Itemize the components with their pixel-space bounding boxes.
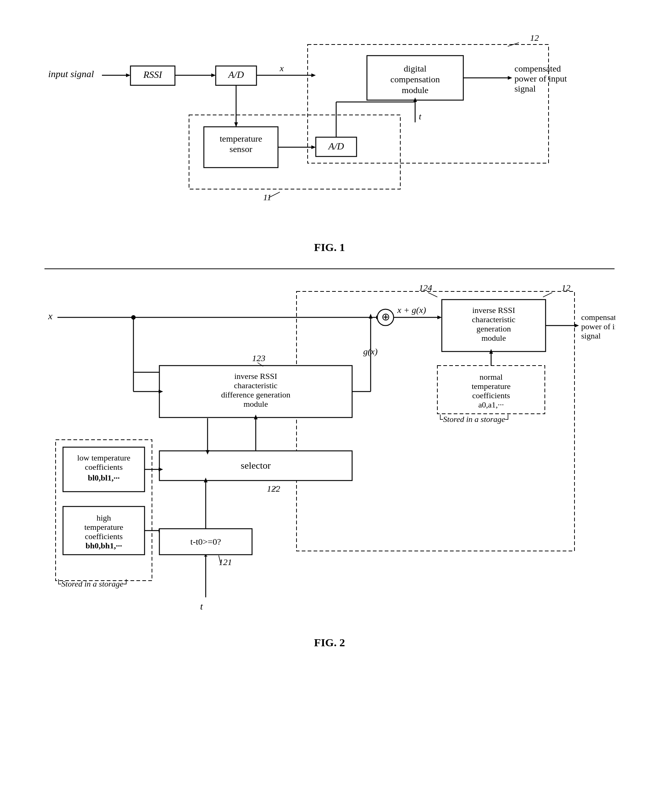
svg-text:a0,a1,···: a0,a1,··· <box>478 400 504 409</box>
svg-marker-2 <box>126 73 131 77</box>
svg-text:input signal: input signal <box>48 69 94 79</box>
svg-text:coefficients: coefficients <box>85 532 123 541</box>
svg-text:A/D: A/D <box>227 70 244 80</box>
svg-text:selector: selector <box>241 460 271 471</box>
svg-marker-40 <box>234 122 238 127</box>
svg-text:└Stored in a storage┘: └Stored in a storage┘ <box>437 414 511 424</box>
svg-text:module: module <box>402 85 429 95</box>
svg-text:high: high <box>96 513 111 523</box>
svg-text:generation: generation <box>477 324 511 333</box>
svg-text:A/D: A/D <box>328 141 344 152</box>
svg-text:digital: digital <box>404 64 427 73</box>
svg-text:power of input: power of input <box>514 74 567 84</box>
svg-text:11: 11 <box>263 193 271 202</box>
svg-marker-74 <box>369 314 372 319</box>
svg-text:inverse RSSI: inverse RSSI <box>234 371 277 381</box>
svg-text:difference generation: difference generation <box>221 390 290 399</box>
svg-marker-34 <box>311 145 316 149</box>
svg-text:signal: signal <box>581 331 601 340</box>
svg-line-43 <box>543 292 552 297</box>
svg-marker-6 <box>211 73 216 77</box>
fig2-diagram: 12 124 x ⊕ x + g(x) inverse RSSI charact… <box>44 280 615 632</box>
svg-text:bh0,bh1,···: bh0,bh1,··· <box>86 541 122 550</box>
svg-text:└Stored in a storage┘: └Stored in a storage┘ <box>55 579 129 588</box>
svg-line-45 <box>428 292 437 297</box>
svg-text:x + g(x): x + g(x) <box>397 305 426 315</box>
svg-text:⊕: ⊕ <box>382 311 390 322</box>
svg-marker-53 <box>437 316 442 319</box>
svg-text:x: x <box>48 311 53 321</box>
svg-text:characteristic: characteristic <box>472 315 515 324</box>
svg-text:module: module <box>243 399 268 409</box>
svg-text:temperature: temperature <box>220 134 262 144</box>
svg-text:124: 124 <box>419 283 432 292</box>
fig1-diagram: input signal RSSI A/D x 12 digital compe… <box>44 22 615 237</box>
svg-text:low temperature: low temperature <box>77 453 131 462</box>
svg-text:normal: normal <box>479 372 503 382</box>
svg-text:power of inpu: power of inpu <box>581 322 615 331</box>
svg-text:RSSI: RSSI <box>143 70 163 80</box>
svg-text:t: t <box>419 112 422 121</box>
svg-text:compensated: compensated <box>514 64 561 73</box>
svg-text:122: 122 <box>267 484 280 493</box>
svg-text:compensation: compensation <box>390 74 440 84</box>
svg-marker-60 <box>574 324 579 327</box>
svg-text:temperature: temperature <box>84 523 123 532</box>
svg-text:characteristic: characteristic <box>234 381 277 390</box>
svg-text:x: x <box>279 63 284 73</box>
svg-text:bl0,bl1,···: bl0,bl1,··· <box>88 473 120 482</box>
svg-text:t-t0>=0?: t-t0>=0? <box>190 537 221 547</box>
svg-text:121: 121 <box>219 557 232 567</box>
svg-text:inverse RSSI: inverse RSSI <box>472 305 515 315</box>
page: input signal RSSI A/D x 12 digital compe… <box>0 0 659 812</box>
svg-marker-10 <box>311 73 316 77</box>
svg-text:t: t <box>200 601 203 612</box>
svg-text:123: 123 <box>252 353 265 363</box>
svg-text:12: 12 <box>561 283 571 292</box>
svg-text:compensated: compensated <box>581 313 615 322</box>
svg-text:12: 12 <box>530 33 539 43</box>
svg-text:module: module <box>481 333 506 343</box>
svg-text:temperature: temperature <box>471 382 510 391</box>
svg-text:coefficients: coefficients <box>85 462 123 472</box>
svg-marker-20 <box>508 76 512 80</box>
fig2-label: FIG. 2 <box>44 636 615 649</box>
svg-text:sensor: sensor <box>229 144 252 154</box>
svg-text:signal: signal <box>514 84 536 93</box>
svg-text:coefficients: coefficients <box>472 391 510 400</box>
fig1-label: FIG. 1 <box>44 241 615 254</box>
